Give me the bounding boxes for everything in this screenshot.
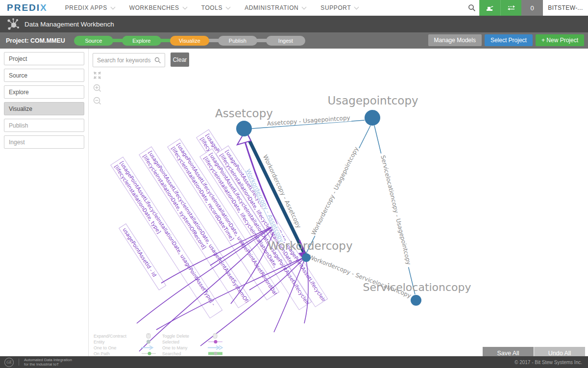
chevron-down-icon [226,5,231,10]
workbench-molecule-icon [6,17,20,31]
entity-graph: [usagePointAssetLifecycleInstallationDat… [89,49,588,356]
legend-label-on-path: On Path [94,351,141,356]
node-usagepointcopy[interactable] [365,110,380,126]
predix-logo[interactable]: PREDIX [7,2,48,13]
legend-label-entity: Entity [94,340,141,344]
sidebar-item-project[interactable]: Project [4,52,84,65]
node-servicelocationcopy[interactable] [411,295,421,306]
footer-tagline-line2: for the Industrial IoT [24,362,72,367]
sidebar-item-source[interactable]: Source [4,69,84,82]
edge-label[interactable]: Servicelocationcopy - Usagepointcopy [379,153,413,268]
legend-glyph-cell [207,345,229,350]
top-nav-right: 0 BITSTEW-... [465,0,588,16]
workflow-step-visualize[interactable]: Visualize [170,36,209,46]
search-icon [468,4,476,12]
edge-label[interactable]: Assetcopy - Usagepointcopy [266,114,351,127]
legend-glyph-cell [207,351,229,356]
keyword-search-box [93,53,165,67]
project-name-label: Project: COM.MMEU [6,37,65,44]
transfer-button[interactable] [500,0,521,16]
expand-contract-icon[interactable] [93,71,101,79]
menu-support[interactable]: SUPPORT [320,4,358,11]
node-label-servicelocationcopy: Servicelocationcopy [363,281,471,293]
select-project-button[interactable]: Select Project [485,34,533,46]
legend-label-expand-contract: Expand/Contract [94,334,141,339]
chevron-down-icon [302,5,307,10]
node-assetcopy[interactable] [236,121,252,136]
mouse-glyph [207,333,224,339]
ingest-status-button[interactable] [479,0,500,16]
mapping-label-text: usagePointAssetId - id [122,227,158,278]
project-bar-buttons: Manage ModelsSelect Project+ New Project [428,34,584,46]
manage-models-button[interactable]: Manage Models [428,34,482,46]
legend-glyph-cell [207,333,229,339]
sidebar: ProjectSourceExploreVisualizePublishInge… [0,49,88,356]
footer: GE Automated Data Integration for the In… [0,356,588,368]
menu-workbenches[interactable]: WORKBENCHES [129,4,187,11]
predix-logo-x: X [40,2,48,13]
workflow-steps: SourceExploreVisualizePublishIngest [74,36,305,46]
sidebar-item-visualize[interactable]: Visualize [4,102,84,115]
footer-tagline: Automated Data Integration for the Indus… [24,358,72,367]
legend-glyph-cell [141,351,162,356]
edge-label-text: Workordercopy - Usagepointcopy [310,146,360,236]
node-label-assetcopy: Assetcopy [215,107,273,120]
edge-label-text: Servicelocationcopy - Usagepointcopy [379,155,412,265]
legend-label-selected: Selected [162,340,207,344]
node-workordercopy[interactable] [302,253,311,262]
zoom-in-icon[interactable] [93,84,101,92]
clear-button[interactable]: Clear [171,53,189,67]
chevron-down-icon [182,5,187,10]
ge-logo: GE [4,358,14,367]
workflow-step-explore[interactable]: Explore [122,36,161,46]
one-to-many-glyph [207,345,224,350]
workbench-title: Data Management Workbench [24,21,114,28]
legend-label-toggle-delete: Toggle Delete [162,334,207,339]
sidebar-item-publish[interactable]: Publish [4,119,84,132]
footer-divider [19,359,19,366]
transfer-arrows-icon [507,5,515,11]
legend-glyph-cell [141,345,162,350]
chevron-down-icon [354,5,359,10]
zoom-out-icon[interactable] [93,97,101,105]
search-button[interactable] [465,0,479,16]
selected-glyph [207,339,224,344]
project-bar: Project: COM.MMEU SourceExploreVisualize… [0,32,588,49]
app-bar: Data Management Workbench [0,16,588,32]
visualize-canvas[interactable]: [usagePointAssetLifecycleInstallationDat… [88,49,588,356]
footer-copyright: © 2017 - Bit Stew Systems Inc. [514,360,582,365]
mouse-glyph [141,333,157,339]
canvas-controls [93,71,101,105]
top-menu-bar: PREDIX APPSWORKBENCHESTOOLSADMINISTRATIO… [65,4,359,11]
legend-label-one-to-many: One to Many [162,345,207,350]
workflow-step-publish[interactable]: Publish [218,36,257,46]
workflow-step-source[interactable]: Source [74,36,113,46]
search-input-icon [154,57,161,64]
menu-tools[interactable]: TOOLS [201,4,230,11]
user-menu[interactable]: BITSTEW-... [543,0,588,16]
node-label-usagepointcopy: Usagepointcopy [327,94,418,107]
on-path-glyph [141,351,157,356]
graph-legend: Expand/ContractToggle DeleteEntitySelect… [94,333,229,356]
sidebar-item-ingest[interactable]: Ingest [4,135,84,149]
notification-count-badge[interactable]: 0 [521,0,543,16]
edge-label[interactable]: Workordercopy - Usagepointcopy [310,146,360,237]
new-project-button[interactable]: + New Project [536,34,584,46]
keyword-search-input[interactable] [93,56,154,64]
menu-label-tools: TOOLS [201,4,222,11]
footer-tagline-line1: Automated Data Integration [24,358,72,362]
searched-glyph [207,351,224,356]
legend-glyph-cell [141,333,162,339]
ingest-machine-icon [486,4,494,11]
edge-label-text: Assetcopy - Usagepointcopy [267,114,350,127]
workflow-step-ingest[interactable]: Ingest [266,36,305,46]
menu-label-administration: ADMINISTRATION [245,4,298,11]
menu-predix-apps[interactable]: PREDIX APPS [65,4,115,11]
legend-label-searched: Searched [162,351,207,356]
legend-label-one-to-one: One to One [94,345,141,350]
top-nav: PREDIX PREDIX APPSWORKBENCHESTOOLSADMINI… [0,0,588,16]
node-label-workordercopy: Workordercopy [268,239,352,252]
sidebar-item-explore[interactable]: Explore [4,85,84,99]
entity-glyph [141,339,157,344]
menu-administration[interactable]: ADMINISTRATION [245,4,306,11]
